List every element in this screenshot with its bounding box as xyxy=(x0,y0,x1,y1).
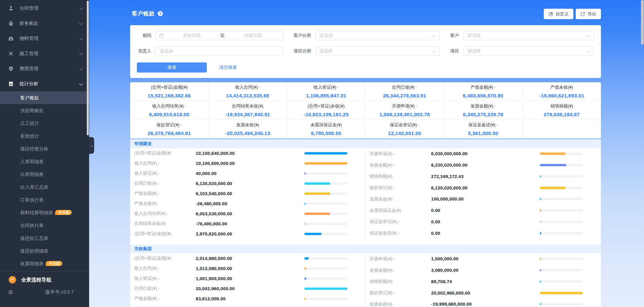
account-row-left-4[interactable]: 产值金额(¥)› 6,103,540,000.00 xyxy=(130,188,365,199)
chevron-down-icon xyxy=(79,81,83,85)
customize-button[interactable]: 自定义 xyxy=(544,9,573,19)
sidebar-submenu-item-4[interactable]: 项目经营分析 xyxy=(0,142,89,155)
account-metric-value: 20,002,960,000.00 xyxy=(431,291,470,296)
account-metric-value: 1,500,000.00 xyxy=(431,256,458,261)
progress-bar-track xyxy=(304,172,347,175)
owner-input[interactable] xyxy=(156,47,283,55)
help-icon[interactable]: ? xyxy=(158,11,163,16)
summary-cell-r1c4[interactable]: 发票金额(¥)› 6,345,275,239.78 xyxy=(444,101,522,120)
panorama-nav-item[interactable]: 全景流程导航 xyxy=(0,272,89,283)
account-row-left-2[interactable]: 收入签证(¥)› 1,001,900,000.00 xyxy=(130,273,365,283)
account-row-right-0[interactable]: 开票申请(¥)› 1,500,000.00 xyxy=(366,253,601,265)
summary-cell-r0c4[interactable]: 产值金额(¥)› 6,483,656,570.90 xyxy=(444,82,522,101)
summary-cell-r1c0[interactable]: 收入合同结算(¥)› 6,409,910,618.00 xyxy=(130,101,209,120)
progress-bar-track xyxy=(304,277,347,280)
sidebar-submenu-item-3[interactable]: 薪资统计 xyxy=(0,130,89,142)
page-title: 客户账款 ? xyxy=(132,10,163,17)
sidebar-submenu-item-11[interactable]: 借还款汇总表 xyxy=(0,232,89,245)
sidebar-submenu-item-2[interactable]: 点工统计 xyxy=(0,117,89,130)
chevron-right-icon: › xyxy=(180,122,182,127)
sidebar-submenu-item-9[interactable]: 材料结算明细表专业版 xyxy=(0,206,89,219)
customer-category-select[interactable]: 请选择 xyxy=(315,31,440,40)
account-row-right-1[interactable]: 发票金额(¥)› 3,080,000.00 xyxy=(366,265,601,276)
sidebar-submenu-item-7[interactable]: 出入库汇总表 xyxy=(0,181,89,193)
summary-cell-r1c2: (合同+签证)未收(¥) -10,823,109,181.25 xyxy=(287,101,366,120)
account-row-left-1[interactable]: 收入合同(¥)› 1,013,080,000.00 xyxy=(130,263,365,273)
sidebar-menu-item-2[interactable]: 物料管理 xyxy=(0,31,89,46)
sidebar-menu-item-3[interactable]: 施工管理 xyxy=(0,46,89,61)
progress-bar-track xyxy=(540,221,583,223)
summary-value: 6,780,500.50 xyxy=(311,130,341,136)
sidebar-collapse-handle[interactable]: ‹ xyxy=(89,137,94,154)
sidebar-submenu-label: 收票明细表 xyxy=(20,261,44,266)
sidebar-submenu-item-12[interactable]: 借还款明细表 xyxy=(0,245,89,257)
account-row-right-7[interactable]: 保证金返还(¥)› 0.00 xyxy=(366,227,601,239)
summary-cell-r0c2[interactable]: 收入签证(¥)› 1,106,855,847.01 xyxy=(287,82,366,101)
summary-cell-r0c5: 产值未收(¥) -19,860,621,993.01 xyxy=(523,82,601,101)
account-metric-value: 6,030,000,000.00 xyxy=(431,151,467,156)
summary-value: 279,639,184.87 xyxy=(544,112,580,117)
sidebar-submenu-item-5[interactable]: 入库明细表 xyxy=(0,155,89,168)
account-row-right-3[interactable]: 收款登记(¥)› 20,002,960,000.00 xyxy=(366,287,601,299)
account-row-left-2[interactable]: 收入签证(¥)› 40,000.00 xyxy=(130,168,365,178)
panorama-nav-label: 全景流程导航 xyxy=(21,277,51,283)
summary-label: (合同+签证)未收(¥) xyxy=(308,103,345,109)
summary-cell-r2c4[interactable]: 保证金返还(¥)› 5,361,500.50 xyxy=(444,120,522,138)
sidebar-menu-item-0[interactable]: 合同管理 xyxy=(0,1,89,16)
section-left-column: (合同+签证)金额(¥) 2,014,980,000.00 收入合同(¥)› 1… xyxy=(130,253,366,307)
sidebar-submenu-item-10[interactable]: 合同执行表 xyxy=(0,219,89,232)
sidebar-submenu-item-1[interactable]: 供应商账款 xyxy=(0,104,89,117)
chevron-right-icon: › xyxy=(158,191,159,196)
sidebar-menu-item-4[interactable]: ¥ 费用管理 xyxy=(0,61,89,76)
account-row-left-0: (合同+签证)金额(¥) 10,100,640,000.00 xyxy=(130,148,365,158)
search-button[interactable]: 搜索 xyxy=(137,62,207,73)
owner-field-box xyxy=(155,46,283,56)
account-row-right-1[interactable]: 发票金额(¥)› 6,230,020,000.00 xyxy=(366,160,601,171)
end-date-field[interactable]: 结束日期 xyxy=(227,33,280,39)
customer-label: 客户 xyxy=(440,31,459,40)
account-row-right-3[interactable]: 收款登记(¥)› 6,130,020,000.00 xyxy=(366,182,601,193)
sidebar-menu-label: 施工管理 xyxy=(20,51,38,57)
account-row-left-3[interactable]: 合同已收(¥)› 6,130,020,000.00 xyxy=(130,178,365,188)
account-row-right-6[interactable]: 保证金登记(¥)› 0.00 xyxy=(366,216,601,228)
account-row-left-3[interactable]: 合同已收(¥)› 20,002,960,000.00 xyxy=(130,283,365,294)
chevron-right-icon: › xyxy=(393,256,395,261)
summary-cell-r0c3[interactable]: 合同已收(¥)› 26,344,278,563.91 xyxy=(366,82,444,101)
account-metric-label: (合同+签证)金额(¥) xyxy=(134,150,171,156)
start-date-field[interactable]: 开始日期 xyxy=(165,33,218,39)
sidebar-submenu-item-6[interactable]: 出库明细表 xyxy=(0,168,89,181)
sidebar-menu-item-1[interactable]: ¥ 财务账款 xyxy=(0,16,89,31)
export-button[interactable]: 导出 xyxy=(576,9,601,19)
progress-bar-track xyxy=(540,280,583,283)
sidebar-submenu-item-0[interactable]: 客户账款 xyxy=(0,91,89,104)
sidebar-scrollbar[interactable] xyxy=(87,1,89,135)
clear-search-link[interactable]: 清空搜索 xyxy=(219,62,237,73)
sidebar-submenu-item-8[interactable]: 订单执行表 xyxy=(0,193,89,206)
account-metric-value: 10,100,640,000.00 xyxy=(196,151,235,156)
summary-cell-r2c0[interactable]: 收款登记(¥)› 26,370,769,484.91 xyxy=(130,120,209,138)
account-row-right-0[interactable]: 开票申请(¥)› 6,030,000,000.00 xyxy=(366,148,601,160)
account-row-left-1[interactable]: 收入合同(¥)› 10,100,600,000.00 xyxy=(130,158,365,168)
account-row-left-6[interactable]: 收入合同结算(¥)› 6,053,530,000.00 xyxy=(130,209,365,219)
summary-cell-r0c1[interactable]: 收入合同(¥)› 14,414,313,535.65 xyxy=(209,82,287,101)
gear-icon[interactable]: ⚙ xyxy=(8,290,13,295)
project-category-select[interactable]: 请选择 xyxy=(315,46,440,56)
summary-cell-r2c3[interactable]: 保证金登记(¥)› 12,142,001.00 xyxy=(366,120,444,138)
progress-bar-fill xyxy=(304,288,347,290)
customer-category-label: 客户分类 xyxy=(282,31,311,40)
sidebar-menu-item-5[interactable]: 统计分析 xyxy=(0,76,89,91)
chevron-right-icon: › xyxy=(418,122,419,127)
chevron-right-icon: › xyxy=(393,163,395,168)
project-select[interactable]: 请选择 xyxy=(463,46,594,56)
customer-sections: 华润建设 (合同+签证)金额(¥) 10,100,640,000.00 收入合同… xyxy=(130,139,601,307)
account-metric-value: 0.00 xyxy=(431,219,440,224)
date-range-input[interactable]: 开始日期 至 结束日期 xyxy=(155,31,283,40)
page-scrollbar[interactable] xyxy=(641,0,644,45)
chevron-right-icon: › xyxy=(393,268,395,273)
customer-section-0: 华润建设 (合同+签证)金额(¥) 10,100,640,000.00 收入合同… xyxy=(130,139,601,239)
customer-select[interactable]: 请选择 xyxy=(463,31,594,40)
account-row-left-4[interactable]: 产值金额(¥)› 83,612,000.00 xyxy=(130,294,365,304)
sidebar-submenu-item-13[interactable]: 收票明细表专业版 xyxy=(0,257,89,270)
compass-icon xyxy=(9,276,16,283)
summary-cell-r1c3[interactable]: 开票申请(¥)› 1,006,139,401,002.78 xyxy=(366,101,444,120)
